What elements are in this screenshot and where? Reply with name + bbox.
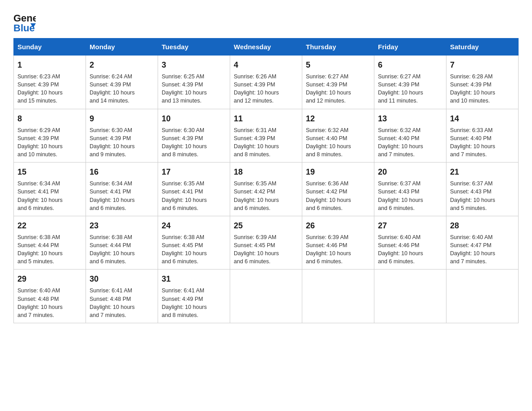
day-info: Sunrise: 6:30 AMSunset: 4:39 PMDaylight:… bbox=[162, 127, 207, 158]
header-saturday: Saturday bbox=[446, 39, 519, 56]
day-number: 8 bbox=[17, 113, 82, 124]
calendar-cell: 21 Sunrise: 6:37 AMSunset: 4:43 PMDaylig… bbox=[446, 163, 519, 216]
day-info: Sunrise: 6:37 AMSunset: 4:43 PMDaylight:… bbox=[378, 180, 423, 211]
day-number: 4 bbox=[234, 59, 298, 71]
day-info: Sunrise: 6:41 AMSunset: 4:48 PMDaylight:… bbox=[90, 287, 135, 318]
day-info: Sunrise: 6:25 AMSunset: 4:39 PMDaylight:… bbox=[162, 73, 207, 104]
calendar-cell: 6 Sunrise: 6:27 AMSunset: 4:39 PMDayligh… bbox=[374, 56, 446, 109]
day-number: 18 bbox=[234, 166, 298, 178]
day-number: 2 bbox=[90, 59, 154, 71]
calendar-cell bbox=[446, 270, 519, 323]
calendar-cell: 30 Sunrise: 6:41 AMSunset: 4:48 PMDaylig… bbox=[86, 270, 158, 323]
calendar-cell bbox=[302, 270, 374, 323]
header-sunday: Sunday bbox=[14, 39, 86, 56]
page-header: General Blue bbox=[13, 9, 519, 34]
day-info: Sunrise: 6:35 AMSunset: 4:41 PMDaylight:… bbox=[162, 180, 207, 211]
calendar-cell: 23 Sunrise: 6:38 AMSunset: 4:44 PMDaylig… bbox=[86, 216, 158, 270]
day-info: Sunrise: 6:35 AMSunset: 4:42 PMDaylight:… bbox=[234, 180, 279, 211]
day-info: Sunrise: 6:38 AMSunset: 4:44 PMDaylight:… bbox=[90, 234, 135, 265]
day-number: 25 bbox=[234, 220, 298, 231]
calendar-cell: 9 Sunrise: 6:30 AMSunset: 4:39 PMDayligh… bbox=[86, 109, 158, 163]
calendar-cell: 29 Sunrise: 6:40 AMSunset: 4:48 PMDaylig… bbox=[14, 270, 86, 323]
day-info: Sunrise: 6:39 AMSunset: 4:46 PMDaylight:… bbox=[306, 234, 351, 265]
day-number: 21 bbox=[450, 166, 515, 178]
day-number: 24 bbox=[162, 220, 226, 231]
day-number: 28 bbox=[450, 220, 515, 231]
calendar-cell bbox=[374, 270, 446, 323]
calendar-cell: 2 Sunrise: 6:24 AMSunset: 4:39 PMDayligh… bbox=[86, 56, 158, 109]
day-info: Sunrise: 6:40 AMSunset: 4:47 PMDaylight:… bbox=[450, 234, 495, 265]
day-info: Sunrise: 6:36 AMSunset: 4:42 PMDaylight:… bbox=[306, 180, 351, 211]
calendar-week-1: 1 Sunrise: 6:23 AMSunset: 4:39 PMDayligh… bbox=[14, 56, 519, 109]
calendar-week-3: 15 Sunrise: 6:34 AMSunset: 4:41 PMDaylig… bbox=[14, 163, 519, 216]
calendar-week-2: 8 Sunrise: 6:29 AMSunset: 4:39 PMDayligh… bbox=[14, 109, 519, 163]
day-info: Sunrise: 6:38 AMSunset: 4:44 PMDaylight:… bbox=[17, 234, 63, 265]
day-info: Sunrise: 6:40 AMSunset: 4:46 PMDaylight:… bbox=[378, 234, 423, 265]
day-number: 20 bbox=[378, 166, 442, 178]
day-number: 14 bbox=[450, 113, 515, 124]
calendar-cell: 22 Sunrise: 6:38 AMSunset: 4:44 PMDaylig… bbox=[14, 216, 86, 270]
day-number: 23 bbox=[90, 220, 154, 231]
day-number: 6 bbox=[378, 59, 442, 71]
day-number: 31 bbox=[162, 273, 226, 285]
day-number: 29 bbox=[17, 273, 82, 285]
day-info: Sunrise: 6:23 AMSunset: 4:39 PMDaylight:… bbox=[17, 73, 63, 104]
calendar-cell: 5 Sunrise: 6:27 AMSunset: 4:39 PMDayligh… bbox=[302, 56, 374, 109]
calendar-cell: 1 Sunrise: 6:23 AMSunset: 4:39 PMDayligh… bbox=[14, 56, 86, 109]
day-info: Sunrise: 6:31 AMSunset: 4:39 PMDaylight:… bbox=[234, 127, 279, 158]
calendar-cell: 15 Sunrise: 6:34 AMSunset: 4:41 PMDaylig… bbox=[14, 163, 86, 216]
day-number: 9 bbox=[90, 113, 154, 124]
day-info: Sunrise: 6:37 AMSunset: 4:43 PMDaylight:… bbox=[450, 180, 495, 211]
calendar-cell: 12 Sunrise: 6:32 AMSunset: 4:40 PMDaylig… bbox=[302, 109, 374, 163]
calendar-cell: 19 Sunrise: 6:36 AMSunset: 4:42 PMDaylig… bbox=[302, 163, 374, 216]
day-number: 22 bbox=[17, 220, 82, 231]
calendar-cell: 16 Sunrise: 6:34 AMSunset: 4:41 PMDaylig… bbox=[86, 163, 158, 216]
calendar-cell: 24 Sunrise: 6:38 AMSunset: 4:45 PMDaylig… bbox=[158, 216, 230, 270]
day-info: Sunrise: 6:41 AMSunset: 4:49 PMDaylight:… bbox=[162, 287, 207, 318]
day-info: Sunrise: 6:30 AMSunset: 4:39 PMDaylight:… bbox=[90, 127, 135, 158]
day-info: Sunrise: 6:34 AMSunset: 4:41 PMDaylight:… bbox=[17, 180, 63, 211]
day-number: 5 bbox=[306, 59, 370, 71]
calendar-week-4: 22 Sunrise: 6:38 AMSunset: 4:44 PMDaylig… bbox=[14, 216, 519, 270]
calendar-cell: 7 Sunrise: 6:28 AMSunset: 4:39 PMDayligh… bbox=[446, 56, 519, 109]
day-info: Sunrise: 6:24 AMSunset: 4:39 PMDaylight:… bbox=[90, 73, 135, 104]
calendar-cell: 25 Sunrise: 6:39 AMSunset: 4:45 PMDaylig… bbox=[230, 216, 302, 270]
day-info: Sunrise: 6:33 AMSunset: 4:40 PMDaylight:… bbox=[450, 127, 495, 158]
calendar-cell: 20 Sunrise: 6:37 AMSunset: 4:43 PMDaylig… bbox=[374, 163, 446, 216]
day-info: Sunrise: 6:26 AMSunset: 4:39 PMDaylight:… bbox=[234, 73, 279, 104]
day-number: 27 bbox=[378, 220, 442, 231]
calendar-cell: 13 Sunrise: 6:32 AMSunset: 4:40 PMDaylig… bbox=[374, 109, 446, 163]
day-info: Sunrise: 6:28 AMSunset: 4:39 PMDaylight:… bbox=[450, 73, 495, 104]
header-thursday: Thursday bbox=[302, 39, 374, 56]
header-tuesday: Tuesday bbox=[158, 39, 230, 56]
header-monday: Monday bbox=[86, 39, 158, 56]
day-info: Sunrise: 6:38 AMSunset: 4:45 PMDaylight:… bbox=[162, 234, 207, 265]
day-number: 19 bbox=[306, 166, 370, 178]
day-info: Sunrise: 6:27 AMSunset: 4:39 PMDaylight:… bbox=[378, 73, 423, 104]
day-info: Sunrise: 6:32 AMSunset: 4:40 PMDaylight:… bbox=[306, 127, 351, 158]
day-number: 17 bbox=[162, 166, 226, 178]
calendar-cell: 18 Sunrise: 6:35 AMSunset: 4:42 PMDaylig… bbox=[230, 163, 302, 216]
calendar-cell: 3 Sunrise: 6:25 AMSunset: 4:39 PMDayligh… bbox=[158, 56, 230, 109]
calendar-cell: 10 Sunrise: 6:30 AMSunset: 4:39 PMDaylig… bbox=[158, 109, 230, 163]
calendar-cell: 4 Sunrise: 6:26 AMSunset: 4:39 PMDayligh… bbox=[230, 56, 302, 109]
calendar-cell: 26 Sunrise: 6:39 AMSunset: 4:46 PMDaylig… bbox=[302, 216, 374, 270]
day-number: 26 bbox=[306, 220, 370, 231]
calendar-cell: 8 Sunrise: 6:29 AMSunset: 4:39 PMDayligh… bbox=[14, 109, 86, 163]
calendar-cell: 31 Sunrise: 6:41 AMSunset: 4:49 PMDaylig… bbox=[158, 270, 230, 323]
day-info: Sunrise: 6:27 AMSunset: 4:39 PMDaylight:… bbox=[306, 73, 351, 104]
calendar-cell: 28 Sunrise: 6:40 AMSunset: 4:47 PMDaylig… bbox=[446, 216, 519, 270]
calendar-cell: 14 Sunrise: 6:33 AMSunset: 4:40 PMDaylig… bbox=[446, 109, 519, 163]
day-number: 7 bbox=[450, 59, 515, 71]
logo-icon: General Blue bbox=[13, 9, 36, 34]
calendar-header-row: SundayMondayTuesdayWednesdayThursdayFrid… bbox=[14, 39, 519, 56]
day-number: 10 bbox=[162, 113, 226, 124]
day-number: 13 bbox=[378, 113, 442, 124]
day-number: 1 bbox=[17, 59, 82, 71]
calendar-week-5: 29 Sunrise: 6:40 AMSunset: 4:48 PMDaylig… bbox=[14, 270, 519, 323]
svg-text:Blue: Blue bbox=[13, 22, 35, 34]
calendar-table: SundayMondayTuesdayWednesdayThursdayFrid… bbox=[13, 38, 519, 323]
day-info: Sunrise: 6:29 AMSunset: 4:39 PMDaylight:… bbox=[17, 127, 63, 158]
day-number: 15 bbox=[17, 166, 82, 178]
header-friday: Friday bbox=[374, 39, 446, 56]
